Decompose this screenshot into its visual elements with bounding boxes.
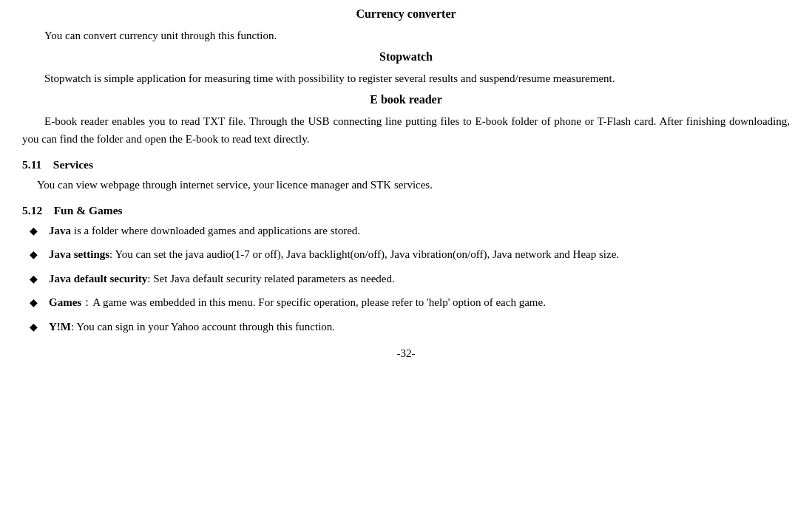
bullet-text: Java settings: You can set the java audi… (49, 245, 790, 263)
bullet-text: Games：A game was embedded in this menu. … (49, 293, 790, 311)
currency-converter-body: You can convert currency unit through th… (22, 27, 790, 44)
bullet-icon: ◆ (30, 319, 44, 335)
stopwatch-body: Stopwatch is simple application for meas… (22, 69, 790, 87)
fun-games-number: 5.12 (22, 204, 42, 217)
services-number: 5.11 (22, 158, 41, 171)
bullet-text: Y!M: You can sign in your Yahoo account … (49, 318, 790, 335)
fun-games-title: Fun & Games (54, 204, 123, 217)
ebook-reader-title: E book reader (22, 93, 790, 106)
list-item: ◆ Java settings: You can set the java au… (30, 245, 790, 263)
bullet-text: Java is a folder where downloaded games … (49, 222, 790, 239)
services-body: You can view webpage through internet se… (22, 176, 790, 194)
stopwatch-title: Stopwatch (22, 50, 790, 64)
bullet-icon: ◆ (30, 295, 44, 311)
bullet-icon: ◆ (30, 247, 44, 263)
bullet-text: Java default security: Set Java default … (49, 270, 790, 287)
page-content: Currency converter You can convert curre… (22, 7, 790, 360)
fun-games-bullet-list: ◆ Java is a folder where downloaded game… (22, 222, 790, 335)
currency-converter-title: Currency converter (22, 7, 790, 21)
list-item: ◆ Y!M: You can sign in your Yahoo accoun… (30, 318, 790, 335)
list-item: ◆ Games：A game was embedded in this menu… (30, 293, 790, 311)
fun-games-header: 5.12 Fun & Games (22, 204, 790, 217)
bullet-icon: ◆ (30, 223, 44, 239)
ebook-reader-body: E-book reader enables you to read TXT fi… (22, 112, 790, 148)
services-header: 5.11 Services (22, 158, 790, 171)
page-number: -32- (22, 347, 790, 360)
list-item: ◆ Java default security: Set Java defaul… (30, 270, 790, 287)
list-item: ◆ Java is a folder where downloaded game… (30, 222, 790, 239)
services-title: Services (53, 158, 93, 171)
bullet-icon: ◆ (30, 271, 44, 287)
